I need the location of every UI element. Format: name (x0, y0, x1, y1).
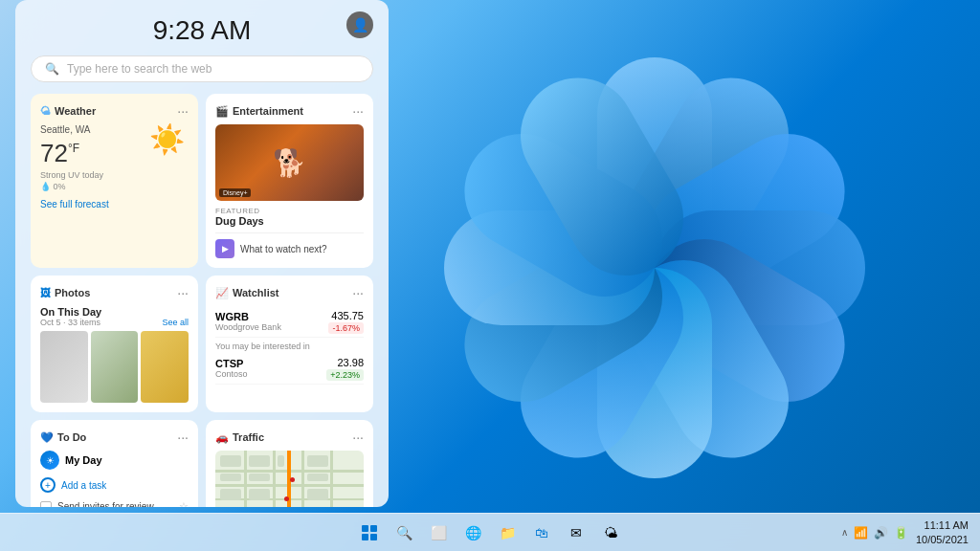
traffic-title: 🚗 Traffic (215, 431, 264, 444)
todo-header: 💙 To Do ··· (40, 430, 189, 445)
photos-icon: 🖼 (40, 287, 51, 298)
streaming-badge: Disney+ (219, 188, 251, 197)
watchlist-suggestion-label: You may be interested in (215, 342, 364, 351)
traffic-icon: 🚗 (215, 431, 229, 444)
todo-title: 💙 To Do (40, 431, 86, 444)
watchlist-title: 📈 Watchlist (215, 287, 279, 299)
watchlist-header: 📈 Watchlist ··· (215, 285, 364, 300)
stock2-name: Contoso (215, 369, 248, 379)
todo-item-1: Send invites for review ☆ (40, 498, 189, 507)
start-button[interactable] (355, 518, 384, 547)
todo-icon: 💙 (40, 431, 54, 444)
taskbar-search-button[interactable]: 🔍 (390, 518, 418, 547)
stock2-price: 23.98 (326, 357, 364, 368)
photo-thumbnail-1[interactable] (40, 331, 88, 403)
taskbar-weather-button[interactable]: 🌤 (596, 518, 625, 547)
widget-panel: 👤 9:28 AM 🔍 Type here to search the web … (15, 0, 389, 507)
myday-icon: ☀ (40, 451, 59, 470)
photo-thumbnail-3[interactable] (141, 331, 189, 403)
taskbar-mail-button[interactable]: ✉ (562, 518, 590, 547)
windows-logo (362, 525, 377, 540)
taskbar-weather-icon: 🌤 (604, 525, 617, 540)
entertainment-widget: 🎬 Entertainment ··· 🐕 Disney+ FEATURED D… (206, 94, 373, 268)
stock1-price: 435.75 (328, 310, 364, 321)
traffic-map[interactable] (215, 451, 364, 507)
taskbar-explorer-button[interactable]: 📁 (493, 518, 522, 547)
search-placeholder: Type here to search the web (67, 62, 212, 76)
photos-grid (40, 331, 189, 403)
weather-widget: 🌤 Weather ··· Seattle, WA 72°F Strong UV… (31, 94, 198, 268)
entertainment-header: 🎬 Entertainment ··· (215, 103, 364, 119)
myday-label: My Day (65, 454, 102, 466)
suggestion-icon: ▶ (215, 239, 234, 258)
photo-thumbnail-2[interactable] (91, 331, 139, 403)
photos-see-all-link[interactable]: See all (162, 318, 189, 327)
stock-row-2: CTSP Contoso 23.98 +2.23% (215, 353, 364, 385)
weather-title: 🌤 Weather (40, 105, 96, 117)
stock1-ticker: WGRB (215, 311, 281, 322)
photos-header: 🖼 Photos ··· (40, 285, 189, 300)
taskbar-edge-icon: 🌐 (465, 525, 481, 540)
taskbar-search-icon: 🔍 (396, 525, 412, 540)
watchlist-widget: 📈 Watchlist ··· WGRB Woodgrove Bank 435.… (206, 276, 373, 412)
photos-info-row: Oct 5 · 33 items See all (40, 318, 189, 327)
volume-icon[interactable]: 🔊 (874, 526, 888, 540)
systray-clock: 11:11 AM (916, 518, 969, 532)
photos-date: Oct 5 · 33 items (40, 318, 100, 327)
watch-suggestion[interactable]: ▶ What to watch next? (215, 232, 364, 258)
taskbar-edge-button[interactable]: 🌐 (458, 518, 487, 547)
todo-checkbox-1[interactable] (40, 501, 52, 508)
weather-precip: 💧 0% (40, 182, 103, 191)
todo-menu-icon[interactable]: ··· (177, 430, 189, 445)
todo-myday-row: ☀ My Day (40, 451, 189, 470)
todo-add-task-button[interactable]: + Add a task (40, 477, 189, 493)
weather-description: Strong UV today (40, 170, 103, 180)
systray-time-display[interactable]: 11:11 AM 10/05/2021 (916, 518, 969, 546)
dug-days-image: 🐕 (273, 147, 306, 179)
stock1-name: Woodgrove Bank (215, 322, 281, 332)
stock1-change: -1.67% (328, 322, 364, 334)
battery-icon[interactable]: 🔋 (894, 526, 908, 540)
movie-title: Dug Days (215, 215, 364, 227)
bloom-wallpaper (406, 19, 903, 517)
weather-menu-icon[interactable]: ··· (177, 103, 189, 119)
taskbar-center: 🔍 ⬜ 🌐 📁 🛍 ✉ 🌤 (355, 518, 625, 547)
traffic-widget: 🚗 Traffic ··· (206, 420, 373, 507)
featured-label: FEATURED (215, 207, 364, 215)
todo-star-1[interactable]: ☆ (179, 500, 189, 507)
entertainment-image: 🐕 Disney+ (215, 124, 364, 201)
watchlist-menu-icon[interactable]: ··· (352, 285, 364, 300)
systray: ∧ 📶 🔊 🔋 (841, 526, 908, 540)
stock2-ticker: CTSP (215, 358, 248, 369)
weather-forecast-link[interactable]: See full forecast (40, 199, 189, 209)
taskbar: 🔍 ⬜ 🌐 📁 🛍 ✉ 🌤 (0, 513, 980, 551)
profile-avatar[interactable]: 👤 (346, 11, 373, 38)
profile-icon-glyph: 👤 (352, 17, 368, 33)
weather-temp: 72°F (40, 139, 103, 168)
stock-row-1: WGRB Woodgrove Bank 435.75 -1.67% (215, 306, 364, 338)
network-icon[interactable]: 📶 (854, 526, 868, 540)
taskbar-store-button[interactable]: 🛍 (527, 518, 556, 547)
photos-title: 🖼 Photos (40, 287, 90, 298)
weather-cloud-icon: 🌤 (40, 105, 51, 117)
taskbar-store-icon: 🛍 (535, 525, 548, 540)
taskbar-taskview-button[interactable]: ⬜ (424, 518, 453, 547)
stock2-change: +2.23% (326, 369, 364, 381)
bloom-graphic (444, 57, 865, 478)
add-task-circle-icon: + (40, 477, 56, 493)
entertainment-menu-icon[interactable]: ··· (352, 103, 364, 119)
chevron-up-icon[interactable]: ∧ (841, 527, 848, 538)
taskbar-mail-icon: ✉ (570, 525, 582, 540)
todo-item-1-left: Send invites for review (40, 501, 154, 508)
traffic-header: 🚗 Traffic ··· (215, 430, 364, 445)
photos-menu-icon[interactable]: ··· (177, 285, 189, 300)
search-bar[interactable]: 🔍 Type here to search the web (31, 55, 373, 82)
traffic-menu-icon[interactable]: ··· (352, 430, 364, 445)
systray-date: 10/05/2021 (916, 533, 969, 546)
weather-header: 🌤 Weather ··· (40, 103, 189, 119)
weather-sun-icon: ☀️ (149, 122, 185, 156)
desktop: 👤 9:28 AM 🔍 Type here to search the web … (0, 0, 980, 551)
entertainment-icon: 🎬 (215, 105, 229, 118)
photos-subtitle: On This Day (40, 306, 189, 318)
widget-grid: 🌤 Weather ··· Seattle, WA 72°F Strong UV… (31, 94, 373, 507)
